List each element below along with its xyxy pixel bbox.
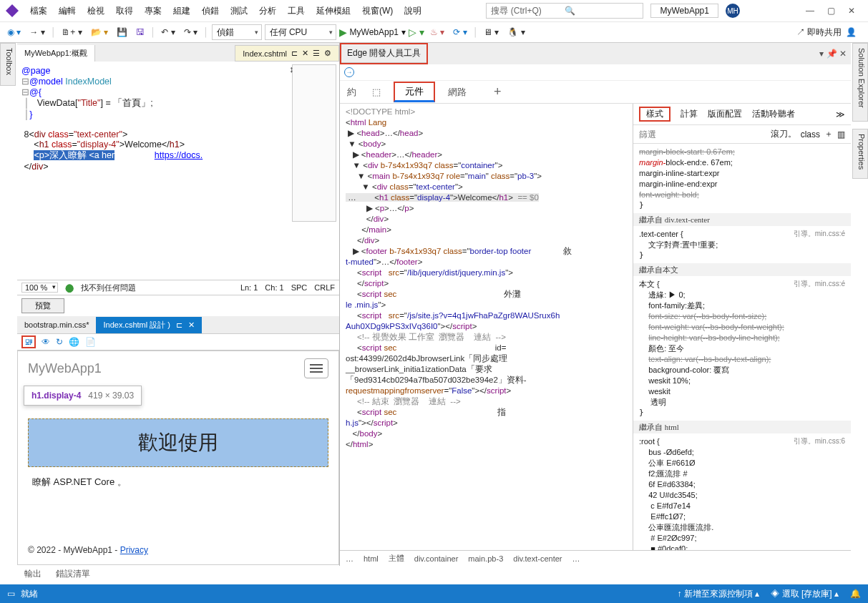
menu-編輯[interactable]: 編輯: [53, 2, 82, 20]
maximize-button[interactable]: ▢: [827, 6, 835, 16]
run-button[interactable]: ▶: [339, 26, 347, 38]
avatar[interactable]: MH: [726, 4, 740, 18]
hamburger-button[interactable]: [304, 358, 328, 378]
menu-視窗(W)[interactable]: 視窗(W): [356, 2, 399, 20]
pin-icon[interactable]: ⊏: [291, 49, 298, 58]
devtools-add-tab-button[interactable]: +: [494, 84, 502, 99]
issues-label: 找不到任何問題: [81, 283, 136, 293]
nav-fwd-button[interactable]: → ▾: [26, 26, 47, 39]
more-tabs-button[interactable]: ≫: [836, 109, 845, 119]
doc-tab-overview[interactable]: MyWebApp1:概觀: [17, 45, 95, 62]
new-style-button[interactable]: ＋: [824, 128, 833, 140]
menu-分析[interactable]: 分析: [253, 2, 282, 20]
close-tab-icon[interactable]: ✕: [302, 49, 308, 58]
browser-refresh-button[interactable]: ⟳ ▾: [450, 26, 469, 39]
status-icon: ▭: [7, 589, 15, 599]
source-control-button[interactable]: ↑ 新增至來源控制項 ▴: [678, 588, 760, 600]
open-button[interactable]: 📂 ▾: [88, 26, 111, 39]
status-ready: 就緒: [21, 588, 38, 600]
redo-button[interactable]: ↷ ▾: [181, 26, 200, 39]
menu-檢視[interactable]: 檢視: [82, 2, 110, 20]
browser-link-button[interactable]: 🖥 ▾: [481, 26, 502, 39]
nav-back-button[interactable]: ◉ ▾: [4, 26, 24, 39]
styles-tab[interactable]: 樣式: [639, 107, 670, 122]
notifications-icon[interactable]: 🔔: [850, 589, 861, 599]
listeners-tab[interactable]: 活動聆聽者: [752, 109, 795, 119]
minimize-button[interactable]: —: [806, 6, 814, 16]
sub-text: 瞭解 ASP.NET Core 。: [18, 473, 338, 491]
output-tab[interactable]: 輸出: [24, 568, 42, 580]
close-button[interactable]: ✕: [848, 6, 855, 16]
live-share-button[interactable]: ↗ 即時共用: [796, 26, 842, 39]
feedback-icon[interactable]: 👤: [846, 27, 857, 37]
search-box[interactable]: 搜尋 (Ctrl+Q)🔍: [486, 3, 643, 19]
new-item-button[interactable]: 🗎+ ▾: [59, 26, 84, 39]
hot-reload-button[interactable]: ♨ ▾: [427, 26, 447, 39]
menu-工具[interactable]: 工具: [282, 2, 311, 20]
styles-pane-toggle[interactable]: ▥: [837, 129, 845, 139]
computed-tab[interactable]: 計算: [681, 109, 698, 119]
styles-filter-input[interactable]: [639, 129, 771, 139]
design-surface[interactable]: MyWebApp1 h1.display-4 419 × 39.03 歡迎使用 …: [17, 350, 339, 566]
accessibility-icon[interactable]: 👁: [42, 337, 50, 347]
menu-說明[interactable]: 說明: [399, 2, 427, 20]
wsl-button[interactable]: 🐧 ▾: [504, 26, 527, 39]
save-all-button[interactable]: 🖫: [133, 26, 147, 39]
globe-icon[interactable]: 🌐: [69, 337, 79, 347]
close-tab-icon[interactable]: ✕: [188, 320, 195, 330]
element-tooltip: h1.display-4 419 × 39.03: [24, 386, 142, 406]
brand: MyWebApp1: [28, 361, 102, 376]
menu-延伸模組[interactable]: 延伸模組: [311, 2, 356, 20]
devtools-tab-welcome[interactable]: 約: [344, 83, 359, 102]
preview-button[interactable]: 預覽: [21, 298, 64, 313]
repo-select-button[interactable]: ◈ 選取 [存放庫] ▴: [771, 588, 839, 600]
error-list-tab[interactable]: 錯誤清單: [56, 568, 90, 580]
project-name[interactable]: MyWebApp1: [650, 4, 718, 18]
dropdown-icon[interactable]: ▾: [819, 49, 824, 59]
h1-heading[interactable]: 歡迎使用: [28, 418, 328, 467]
solution-explorer-tab[interactable]: Solution Explorer: [852, 43, 868, 122]
tab-bootstrap[interactable]: bootstrap.min.css*: [17, 318, 96, 332]
css-rules[interactable]: margin-block-start: 0.67em; margin-block…: [633, 144, 851, 550]
desktop-view-button[interactable]: 🖳: [21, 335, 36, 348]
toolbox-tab[interactable]: Toolbox: [0, 43, 16, 86]
tab-index-design[interactable]: Index.cshtml 設計 )⊏✕: [96, 317, 202, 333]
design-footer: © 2022 - MyWebApp1 - Privacy: [28, 545, 148, 555]
layout-tab[interactable]: 版面配置: [708, 109, 742, 119]
close-devtools-button[interactable]: ✕: [839, 49, 847, 59]
undo-button[interactable]: ↶ ▾: [158, 26, 177, 39]
refresh-design-button[interactable]: ↻: [56, 337, 63, 347]
inspect-icon[interactable]: ⬚: [369, 84, 384, 100]
zoom-select[interactable]: 100 %: [21, 283, 58, 293]
devtools-title: Edge 開發人員工具: [341, 44, 426, 63]
properties-tab[interactable]: Properties: [852, 129, 868, 179]
cls-button[interactable]: class: [801, 129, 820, 139]
vs-logo-icon: [6, 4, 19, 17]
menu-專案[interactable]: 專案: [139, 2, 167, 20]
minimap[interactable]: [292, 64, 336, 222]
doc-icon[interactable]: 📄: [85, 337, 96, 347]
menu-測試[interactable]: 測試: [225, 2, 253, 20]
run-no-debug-button[interactable]: ▷ ▾: [409, 26, 424, 38]
devtools-refresh-icon[interactable]: →: [344, 67, 354, 77]
gear-icon[interactable]: ⚙: [324, 49, 331, 58]
code-editor[interactable]: @page ⊟@model IndexModel ⊟@{ │ ViewData[…: [17, 62, 339, 280]
privacy-link[interactable]: Privacy: [120, 545, 148, 555]
config-select[interactable]: 偵錯: [212, 24, 262, 40]
menu-取得[interactable]: 取得: [110, 2, 139, 20]
devtools-tab-elements[interactable]: 元件: [394, 82, 435, 102]
split-icon[interactable]: ↕: [289, 64, 293, 74]
pin-icon[interactable]: 📌: [826, 49, 837, 59]
dom-tree[interactable]: <!DOCTYPE html> <html Lang ▶ <head>…</he…: [340, 104, 633, 550]
platform-select[interactable]: 任何 CPU: [265, 24, 336, 40]
breadcrumb[interactable]: … html主體div.containermain.pb-3div.text-c…: [340, 550, 851, 566]
run-target[interactable]: MyWebApp1: [350, 27, 399, 37]
menu-檔案[interactable]: 檔案: [24, 2, 53, 20]
pin-icon[interactable]: ⊏: [176, 320, 182, 330]
menu-偵錯[interactable]: 偵錯: [196, 2, 225, 20]
doc-tab-index[interactable]: Index.cshtml⊏✕☰⚙: [235, 45, 339, 62]
save-button[interactable]: 💾: [114, 26, 130, 39]
hov-button[interactable]: 滾刀。: [771, 128, 796, 140]
menu-組建[interactable]: 組建: [167, 2, 196, 20]
devtools-tab-network[interactable]: 網路: [445, 83, 469, 102]
